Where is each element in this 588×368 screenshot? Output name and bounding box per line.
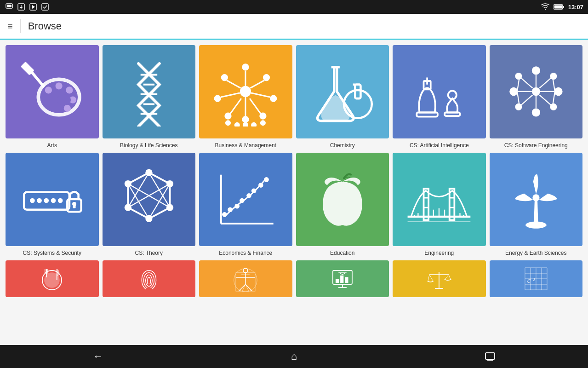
svg-line-75 [517,92,519,105]
energy-label: Energy & Earth Sciences [505,250,566,257]
arts-label: Arts [47,142,57,150]
bottom-nav: ← ⌂ [0,345,588,368]
svg-point-14 [56,83,63,90]
svg-point-24 [240,86,251,97]
svg-point-101 [222,212,227,217]
category-humanities[interactable] [199,260,292,301]
svg-point-37 [214,95,221,102]
svg-point-17 [64,105,71,112]
energy-tile [490,153,583,246]
svg-line-157 [445,275,449,279]
cs-theory-tile [103,153,196,246]
food-tile [6,260,99,297]
category-education[interactable]: Education [296,153,389,257]
svg-line-38 [221,93,240,97]
home-button[interactable]: ⌂ [280,347,308,366]
science-tile: c 2 [490,260,583,297]
svg-point-102 [228,207,233,213]
chemistry-tile [296,45,389,138]
category-cs-theory[interactable]: CS: Theory [103,153,196,257]
menu-icon[interactable]: ≡ [7,21,13,32]
recent-button[interactable] [476,347,504,366]
category-food[interactable] [6,260,99,301]
svg-line-74 [553,78,555,92]
health-tile [103,260,196,297]
svg-rect-7 [563,6,564,8]
svg-point-47 [344,90,372,118]
svg-point-44 [251,122,257,126]
cs-ai-label: CS: Artificial Intelligence [410,142,469,150]
svg-point-63 [515,104,522,110]
svg-line-71 [521,95,532,105]
education-label: Education [330,250,354,257]
category-chemistry[interactable]: Chemistry [296,45,389,149]
svg-point-58 [554,87,562,96]
category-cs-security[interactable]: CS: Systems & Security [6,153,99,257]
svg-point-126 [532,195,539,201]
category-grid: Arts Biology & Life Sciences [6,45,582,301]
category-health[interactable] [103,260,196,301]
svg-point-33 [242,116,249,123]
battery-icon [554,4,565,10]
svg-point-15 [66,87,73,94]
svg-point-96 [145,215,152,222]
svg-line-158 [449,275,451,279]
svg-point-79 [37,198,42,203]
svg-point-57 [509,87,518,96]
svg-point-25 [242,64,249,71]
svg-point-42 [234,122,240,126]
svg-rect-8 [554,6,562,9]
notification-icon [5,2,14,12]
back-button[interactable]: ← [84,347,112,366]
status-right: 13:07 [541,3,583,11]
play-icon [29,2,38,12]
category-science[interactable]: c 2 [490,260,583,301]
svg-point-56 [532,87,540,96]
svg-rect-85 [73,205,76,208]
cs-ai-tile [393,45,486,138]
svg-point-95 [166,204,173,211]
svg-rect-48 [355,85,360,98]
svg-line-40 [227,80,240,88]
svg-point-45 [260,121,266,126]
category-arts[interactable]: Arts [6,45,99,149]
category-biology[interactable]: Biology & Life Sciences [103,45,196,149]
svg-line-70 [539,78,550,88]
svg-marker-124 [534,199,538,224]
svg-line-76 [553,92,555,105]
svg-line-156 [429,275,433,281]
svg-point-13 [45,87,52,94]
svg-line-72 [539,95,550,105]
svg-rect-147 [340,276,343,283]
svg-line-69 [521,78,532,88]
status-bar: 13:07 [0,0,588,14]
cs-security-label: CS: Systems & Security [23,250,81,257]
category-economics[interactable]: Economics & Finance [199,153,292,257]
wifi-icon [541,3,550,11]
cs-security-tile [6,153,99,246]
svg-line-155 [428,275,429,281]
category-cs-se[interactable]: CS: Software Engineering [490,45,583,149]
category-math[interactable] [393,260,486,301]
category-engineering[interactable]: Engineering [393,153,486,257]
svg-rect-111 [450,189,455,220]
cs-theory-label: CS: Theory [135,250,163,257]
svg-point-61 [515,73,522,80]
svg-point-82 [58,198,63,203]
svg-point-81 [51,198,56,203]
category-law[interactable] [296,260,389,301]
svg-point-94 [166,180,173,187]
svg-point-125 [525,222,547,229]
time-display: 13:07 [568,4,583,11]
svg-rect-148 [345,277,348,283]
category-business[interactable]: Business & Management [199,45,292,149]
chemistry-label: Chemistry [330,142,355,150]
category-energy[interactable]: Energy & Earth Sciences [490,153,583,257]
svg-line-142 [245,284,249,291]
svg-point-97 [125,204,131,211]
cs-se-label: CS: Software Engineering [504,142,568,150]
business-label: Business & Management [215,142,276,150]
category-cs-ai[interactable]: CS: Artificial Intelligence [393,45,486,149]
svg-point-62 [550,73,557,80]
svg-point-43 [243,122,248,126]
